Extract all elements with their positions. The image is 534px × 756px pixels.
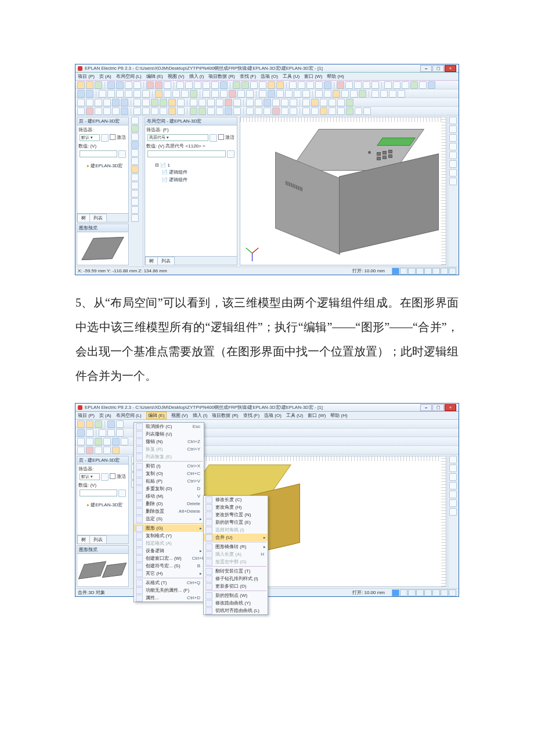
menu-item[interactable]: 合并 (U) <box>204 534 268 541</box>
menu-item[interactable]: 修改路由曲线 (Y) <box>204 599 268 607</box>
menu-layout[interactable]: 布局空间 (L) <box>116 73 142 80</box>
tool-icon[interactable] <box>337 107 345 115</box>
close-button[interactable]: × <box>445 404 456 411</box>
menu-item[interactable]: 更改角度 (H) <box>204 503 268 511</box>
menu-item[interactable]: 复制格式 (Y) <box>134 532 204 539</box>
pill-icon[interactable] <box>432 268 440 275</box>
tool-icon[interactable] <box>116 90 124 98</box>
filter-active-checkbox[interactable] <box>110 134 116 140</box>
tool-icon[interactable] <box>389 90 396 98</box>
menu-item[interactable]: 选定 (S) <box>134 515 204 523</box>
tool-icon[interactable] <box>363 81 370 89</box>
tool-icon[interactable] <box>95 438 102 445</box>
menu-item[interactable]: 创建窗口宏... (W)Ctrl+F5 <box>134 555 204 562</box>
menu-layout[interactable]: 布局空间 (L) <box>116 412 142 419</box>
tool-icon[interactable] <box>419 81 427 89</box>
tool-icon[interactable] <box>233 99 241 106</box>
tool-icon[interactable] <box>233 107 241 115</box>
vtool-icon[interactable] <box>131 133 139 141</box>
tool-icon[interactable] <box>255 107 262 115</box>
menu-window[interactable]: 窗口 (W) <box>304 73 322 80</box>
tool-icon[interactable] <box>99 90 106 98</box>
tool-icon[interactable] <box>99 429 106 437</box>
tool-icon[interactable] <box>324 81 331 89</box>
tool-icon[interactable] <box>246 99 254 106</box>
tool-icon[interactable] <box>203 81 210 89</box>
tool-icon[interactable] <box>142 90 150 98</box>
menu-item[interactable]: 切线对齐路由曲线 (L) <box>204 607 268 614</box>
pages-tab-tree[interactable]: 树 <box>77 535 90 543</box>
tool-icon[interactable] <box>345 81 353 89</box>
tool-icon[interactable] <box>190 90 197 98</box>
tool-icon[interactable] <box>107 420 115 428</box>
pages-tab-list[interactable]: 列表 <box>89 214 107 222</box>
tool-icon[interactable] <box>290 99 297 106</box>
filter-more-button[interactable] <box>101 473 109 481</box>
tool-icon[interactable] <box>86 447 93 454</box>
tool-icon[interactable] <box>151 99 158 106</box>
menu-item[interactable]: 新的折弯位置 (E) <box>204 519 268 526</box>
pill-icon[interactable] <box>424 268 432 275</box>
pill-icon[interactable] <box>408 589 416 596</box>
rtool-icon[interactable] <box>449 491 457 498</box>
tool-icon[interactable] <box>250 81 258 89</box>
tool-icon[interactable] <box>172 90 180 98</box>
tool-icon[interactable] <box>402 81 409 89</box>
tool-icon[interactable] <box>268 90 275 98</box>
tool-icon[interactable] <box>95 447 102 454</box>
tool-icon[interactable] <box>320 107 327 115</box>
rtool-icon[interactable] <box>449 117 457 124</box>
layout-filter-more-button[interactable] <box>210 134 217 142</box>
menu-tools[interactable]: 工具 (U) <box>283 73 300 80</box>
pages-tab-list[interactable]: 列表 <box>89 535 107 543</box>
tool-icon[interactable] <box>86 99 93 106</box>
tool-icon[interactable] <box>259 90 266 98</box>
vtool-icon[interactable] <box>131 214 139 222</box>
tool-icon[interactable] <box>371 81 379 89</box>
rtool-icon[interactable] <box>449 456 457 463</box>
menu-page[interactable]: 页 (A) <box>99 412 111 419</box>
tool-icon[interactable] <box>77 447 85 454</box>
3d-viewport[interactable] <box>240 117 446 265</box>
value-more-button[interactable] <box>118 150 126 158</box>
tool-icon[interactable] <box>276 81 284 89</box>
tool-icon[interactable] <box>116 81 124 89</box>
tool-icon[interactable] <box>164 81 171 89</box>
menu-item[interactable]: 撤销 (N)Ctrl+Z <box>134 438 204 445</box>
menu-help[interactable]: 帮助 (H) <box>330 412 347 419</box>
maximize-button[interactable]: ▢ <box>432 404 444 411</box>
layout-active-checkbox[interactable] <box>218 134 224 140</box>
minimize-button[interactable]: ‒ <box>420 404 432 411</box>
tool-icon[interactable] <box>116 420 124 428</box>
tool-icon[interactable] <box>134 90 141 98</box>
menu-window[interactable]: 窗口 (W) <box>308 412 326 419</box>
rtool-icon[interactable] <box>449 152 457 159</box>
tool-icon[interactable] <box>77 420 85 428</box>
tool-icon[interactable] <box>211 81 219 89</box>
rtool-icon[interactable] <box>449 134 457 142</box>
tool-icon[interactable] <box>298 81 305 89</box>
vtool-icon[interactable] <box>131 174 139 181</box>
menu-item[interactable]: 粘贴 (P)Ctrl+V <box>134 477 204 485</box>
tool-icon[interactable] <box>181 90 189 98</box>
menu-item[interactable]: 列表恢复 (E) <box>134 453 204 460</box>
tool-icon[interactable] <box>281 107 288 115</box>
menu-item[interactable]: 图形 (G) <box>134 524 204 532</box>
tool-icon[interactable] <box>393 81 400 89</box>
menu-item[interactable]: 删除 (D)Delete <box>134 500 204 507</box>
tool-icon[interactable] <box>112 447 120 454</box>
vtool-icon[interactable] <box>131 157 139 165</box>
minimize-button[interactable]: ‒ <box>420 65 432 72</box>
tool-icon[interactable] <box>121 99 128 106</box>
tool-icon[interactable] <box>398 90 405 98</box>
value-input[interactable] <box>80 489 117 496</box>
rtool-icon[interactable] <box>449 465 457 472</box>
tool-icon[interactable] <box>203 90 210 98</box>
tool-icon[interactable] <box>125 90 132 98</box>
value-input[interactable] <box>80 150 117 157</box>
tool-icon[interactable] <box>428 81 435 89</box>
tool-icon[interactable] <box>77 99 85 106</box>
tool-icon[interactable] <box>410 81 418 89</box>
vtool-icon[interactable] <box>131 206 139 214</box>
rtool-icon[interactable] <box>449 160 457 168</box>
